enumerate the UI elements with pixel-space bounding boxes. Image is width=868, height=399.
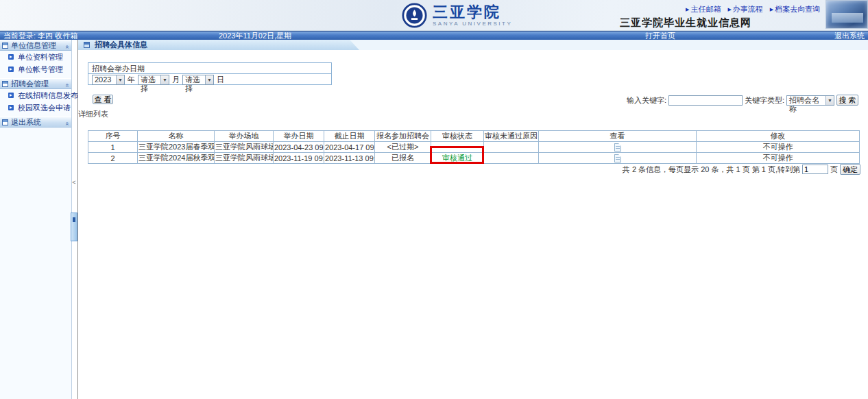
day-label: 日 <box>217 75 224 85</box>
cell-signup: <已过期> <box>375 142 431 153</box>
cell-deadline: 2023-04-17 09:00 <box>324 142 375 153</box>
col-date: 举办日期 <box>274 131 324 142</box>
chevron-up-icon[interactable]: « <box>62 84 72 87</box>
year-select[interactable]: 2023 ▼ <box>92 75 125 85</box>
logo-cn-text: 三亚学院 <box>433 4 512 21</box>
goto-page-input[interactable] <box>802 165 828 174</box>
link-work-process[interactable]: 办事流程 <box>727 4 762 14</box>
sidebar-group-jobfair[interactable]: 招聘会管理 « <box>0 78 71 89</box>
pagination-page-suffix: 页 <box>830 165 838 175</box>
chevron-up-icon[interactable]: « <box>62 45 72 49</box>
keyword-type-select[interactable]: 招聘会名称 ▼ <box>786 95 834 106</box>
tab-jobfair-detail[interactable]: 招聘会具体信息 <box>78 40 359 50</box>
pagination-summary: 共 2 条信息，每页显示 20 条，共 1 页 第 1 页,转到第 <box>623 165 800 175</box>
sidebar-item-unit-account[interactable]: 单位帐号管理 <box>0 63 71 75</box>
search-button[interactable]: 搜 索 <box>836 95 858 106</box>
sidebar-group-label: 退出系统 <box>11 118 41 126</box>
app-window: 三亚学院 SANYA UNIVERSITY 三亚学院毕业生就业信息网 主任邮箱 … <box>0 0 868 399</box>
sidebar-item-online-recruit-publish[interactable]: 在线招聘信息发布 <box>0 89 71 101</box>
table-header-row: 序号 名称 举办场地 举办日期 截止日期 报名参加招聘会 审核状态 审核未通过原… <box>88 131 860 142</box>
cell-deadline: 2023-11-13 09:00 <box>324 153 375 164</box>
day-select[interactable]: 请选择 ▼ <box>182 75 214 85</box>
col-deadline: 截止日期 <box>324 131 375 142</box>
sidebar-item-label: 在线招聘信息发布 <box>18 91 78 99</box>
cell-modify: 不可操作 <box>697 153 860 164</box>
col-status: 审核状态 <box>431 131 484 142</box>
table-row: 1 三亚学院2023届春季双选会 三亚学院风雨球场 2023-04-23 09:… <box>88 142 860 153</box>
sidebar-item-label: 校园双选会申请 <box>18 104 71 112</box>
view-document-icon[interactable] <box>614 154 621 162</box>
status-bar: 当前登录: 李四 收件箱 2023年11月02日,星期四 打开首页 退出系统 <box>0 31 868 40</box>
date-filter-row: 2023 ▼ 年 请选择 ▼ 月 请选择 ▼ 日 <box>88 74 331 85</box>
date-filter-title: 招聘会举办日期 <box>88 63 331 74</box>
splitter-handle[interactable] <box>71 213 77 241</box>
university-logo-text: 三亚学院 SANYA UNIVERSITY <box>433 4 512 27</box>
col-no: 序号 <box>88 131 138 142</box>
cell-signup: 已报名 <box>375 153 431 164</box>
sidebar-group-exit[interactable]: 退出系统 « <box>0 117 71 128</box>
cell-venue: 三亚学院风雨球场 <box>215 142 274 153</box>
pagination-bar: 共 2 条信息，每页显示 20 条，共 1 页 第 1 页,转到第 页 确定 <box>623 164 860 175</box>
col-view: 查看 <box>539 131 697 142</box>
tab-title: 招聘会具体信息 <box>95 40 147 49</box>
chevron-down-icon: ▼ <box>160 75 169 84</box>
year-label: 年 <box>128 75 135 85</box>
month-select-value: 请选择 <box>141 75 156 93</box>
month-select[interactable]: 请选择 ▼ <box>138 75 169 85</box>
sidebar-item-label: 单位帐号管理 <box>18 65 63 73</box>
bullet-arrow-icon <box>8 105 14 110</box>
keyword-label: 输入关键字: <box>627 95 666 106</box>
col-reject-reason: 审核未通过原因 <box>484 131 539 142</box>
keyword-type-label: 关键字类型: <box>745 95 784 106</box>
bullet-arrow-icon <box>8 54 14 60</box>
sidebar-group-label: 单位信息管理 <box>11 41 56 49</box>
keyword-search-bar: 输入关键字: 关键字类型: 招聘会名称 ▼ 搜 索 <box>627 95 858 106</box>
jobfair-table: 序号 名称 举办场地 举办日期 截止日期 报名参加招聘会 审核状态 审核未通过原… <box>88 130 860 164</box>
sidebar-group-label: 招聘会管理 <box>11 80 49 88</box>
chevron-up-icon[interactable]: « <box>62 122 72 125</box>
keyword-input[interactable] <box>668 95 743 106</box>
cell-reject-reason <box>484 153 539 164</box>
col-signup: 报名参加招聘会 <box>375 131 431 142</box>
view-document-icon[interactable] <box>614 143 621 152</box>
link-director-mailbox[interactable]: 主任邮箱 <box>686 4 721 14</box>
cell-name: 三亚学院2024届秋季双选会 <box>138 153 215 164</box>
chevron-down-icon: ▼ <box>205 75 213 84</box>
detail-list-label: 详细列表 <box>78 109 108 119</box>
confirm-page-button[interactable]: 确定 <box>840 164 860 175</box>
top-links: 主任邮箱 办事流程 档案去向查询 学校首页 联系我们 <box>686 4 833 14</box>
table-row: 2 三亚学院2024届秋季双选会 三亚学院风雨球场 2023-11-19 09:… <box>88 153 860 164</box>
sidebar-item-unit-data[interactable]: 单位资料管理 <box>0 51 71 63</box>
cell-venue: 三亚学院风雨球场 <box>215 153 274 164</box>
cell-date: 2023-11-19 09:00 <box>274 153 324 164</box>
cell-modify: 不可操作 <box>697 142 860 153</box>
cell-status-passed: 审核通过 <box>431 153 484 164</box>
panel-icon <box>2 43 8 49</box>
collapse-sidebar-arrow[interactable]: < <box>71 179 77 186</box>
cell-date: 2023-04-23 09:00 <box>274 142 324 153</box>
cell-reject-reason <box>484 142 539 153</box>
cell-view <box>539 142 697 153</box>
chevron-down-icon: ▼ <box>825 96 834 105</box>
view-button[interactable]: 查 看 <box>93 95 113 104</box>
exit-system-link[interactable]: 退出系统 <box>834 32 865 40</box>
tab-strip: 招聘会具体信息 <box>78 40 868 50</box>
open-homepage-link[interactable]: 打开首页 <box>643 32 677 40</box>
university-logo-icon <box>402 3 427 28</box>
sidebar-item-campus-fair-apply[interactable]: 校园双选会申请 <box>0 101 71 114</box>
corner-photo <box>825 0 868 29</box>
cell-no: 2 <box>88 153 138 164</box>
panel-icon <box>2 119 8 125</box>
logo-en-text: SANYA UNIVERSITY <box>433 21 512 27</box>
sidebar-nav: 单位信息管理 « 单位资料管理 单位帐号管理 招聘会管理 « 在线招聘信息发布 … <box>0 40 72 399</box>
bullet-arrow-icon <box>8 93 14 98</box>
current-login-label: 当前登录: 李四 收件箱 <box>3 32 77 40</box>
link-archive-query[interactable]: 档案去向查询 <box>770 4 820 14</box>
keyword-type-value: 招聘会名称 <box>789 96 819 113</box>
bullet-arrow-icon <box>8 66 14 72</box>
sidebar-group-unit-info[interactable]: 单位信息管理 « <box>0 40 71 51</box>
col-modify: 修改 <box>697 131 860 142</box>
panel-icon <box>2 81 8 87</box>
chevron-down-icon: ▼ <box>116 75 124 84</box>
site-title: 三亚学院毕业生就业信息网 <box>596 16 775 29</box>
